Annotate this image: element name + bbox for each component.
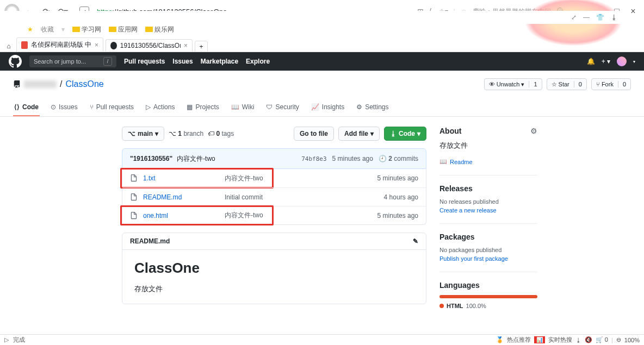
download-tray-icon[interactable]: ⭳ [575, 337, 581, 343]
tab-github[interactable]: 1916130556/ClassOne... × [106, 39, 193, 52]
file-list: 1.txt内容文件-two5 minutes agoREADME.mdIniti… [122, 169, 426, 225]
repo-name[interactable]: ClassOne [65, 79, 103, 89]
code-button[interactable]: ⭳ Code ▾ [384, 127, 426, 141]
close-icon[interactable]: × [95, 41, 98, 49]
plus-icon[interactable]: + ▾ [602, 58, 610, 65]
main-container: ⌥ main ▾ ⌥ 1 branch 🏷 0 tags Go to file … [0, 117, 644, 337]
fork-button[interactable]: ⑂ Fork0 [591, 78, 631, 90]
github-header: Search or jump to... / Pull requests Iss… [0, 52, 644, 71]
commit-time: 5 minutes ago [332, 155, 373, 162]
status-done: 完成 [13, 336, 25, 344]
readme-title: ClassOne [134, 260, 414, 277]
readme-link[interactable]: 📖 Readme [439, 158, 537, 165]
star-button[interactable]: ☆ Star0 [547, 78, 587, 90]
add-file-button[interactable]: Add file ▾ [338, 127, 380, 141]
bell-icon[interactable]: 🔔 [587, 58, 595, 65]
tab-security[interactable]: 🛡Security [265, 99, 300, 116]
file-commit-msg[interactable]: 内容文件-two [225, 174, 377, 183]
repo-tabs: ⟨⟩Code ⊙Issues ⑂Pull requests ▷Actions ▦… [13, 99, 631, 116]
play-icon[interactable]: ▷ [4, 336, 9, 343]
file-time: 5 minutes ago [377, 174, 418, 182]
packages-none: No packages published [439, 247, 537, 253]
fav-star-icon[interactable]: ★ [27, 26, 33, 33]
tab-projects[interactable]: ▦Projects [185, 99, 220, 116]
tab-insights[interactable]: 📈Insights [310, 99, 345, 116]
bookmark-app[interactable]: 应用网 [109, 25, 138, 34]
file-icon [130, 193, 138, 201]
file-icon [130, 212, 138, 219]
tab-settings[interactable]: ⚙Settings [355, 99, 389, 116]
about-desc: 存放文件 [439, 141, 537, 150]
slash-icon: / [103, 57, 112, 66]
home-icon[interactable]: ⌂ [3, 41, 14, 52]
file-name[interactable]: one.html [143, 212, 225, 219]
sidebar: About⚙ 存放文件 📖 Readme Releases No release… [439, 127, 537, 328]
latest-commit: "1916130556" 内容文件-two 74bf8e3 5 minutes … [122, 148, 426, 169]
nav-issues[interactable]: Issues [172, 58, 193, 65]
gear-icon[interactable]: ⚙ [530, 127, 537, 135]
tab-conan[interactable]: 名侦探柯南剧场版 中文... × [16, 37, 103, 52]
tab-pulls[interactable]: ⑂Pull requests [89, 99, 135, 116]
repo-icon [13, 80, 21, 88]
tab-issues[interactable]: ⊙Issues [49, 99, 79, 116]
bookmark-ent[interactable]: 娱乐网 [145, 25, 174, 34]
zoom-out-icon[interactable]: ⊖ [616, 336, 621, 343]
branch-count[interactable]: ⌥ 1 branch [169, 130, 203, 137]
releases-none: No releases published [439, 198, 537, 205]
edit-icon[interactable]: ✎ [413, 237, 418, 245]
file-row: README.mdInitial commit4 hours ago [122, 187, 426, 206]
download-icon[interactable]: ⭳ [611, 14, 617, 21]
tab-code[interactable]: ⟨⟩Code [13, 99, 40, 116]
badge-icon[interactable]: 🏅 [496, 336, 504, 343]
branch-button[interactable]: ⌥ main ▾ [122, 127, 164, 141]
goto-file-button[interactable]: Go to file [294, 127, 334, 141]
readme-filename: README.md [130, 237, 170, 245]
file-name[interactable]: README.md [143, 193, 225, 201]
releases-heading: Releases [439, 184, 537, 193]
new-tab-button[interactable]: + [195, 41, 208, 52]
hot-recommend[interactable]: 热点推荐 [507, 336, 531, 344]
tab-actions[interactable]: ▷Actions [145, 99, 176, 116]
live-search[interactable]: 实时热搜 [548, 336, 572, 344]
avatar[interactable] [617, 57, 627, 66]
about-heading: About [439, 127, 461, 135]
cart-icon[interactable]: 🛒 0 [596, 336, 608, 343]
fav-label[interactable]: 收藏 [41, 25, 54, 34]
nav-explore[interactable]: Explore [246, 58, 270, 65]
commit-msg[interactable]: 内容文件-two [177, 154, 215, 164]
tags-count[interactable]: 🏷 0 tags [208, 130, 234, 137]
create-release-link[interactable]: Create a new release [439, 207, 537, 214]
github-logo-icon[interactable] [9, 55, 22, 68]
sep: / [60, 79, 62, 89]
commit-sha[interactable]: 74bf8e3 [301, 155, 326, 162]
language-html[interactable]: HTML 100.0% [439, 303, 537, 309]
owner-blurred [24, 80, 57, 88]
bookmarks-bar: ★ 收藏 ▾ 学习网 应用网 娱乐网 [0, 23, 644, 36]
skin-icon[interactable]: 👕 [596, 14, 604, 21]
commit-author[interactable]: "1916130556" [130, 155, 172, 162]
close-icon[interactable]: × [184, 42, 188, 49]
unwatch-button[interactable]: 👁 Unwatch ▾1 [484, 78, 542, 90]
bookmark-study[interactable]: 学习网 [72, 25, 101, 34]
packages-heading: Packages [439, 233, 537, 241]
language-bar [439, 295, 537, 298]
publish-package-link[interactable]: Publish your first package [439, 255, 537, 262]
github-search[interactable]: Search or jump to... / [29, 55, 116, 67]
nav-pulls[interactable]: Pull requests [124, 58, 165, 65]
tab-red-icon [21, 41, 28, 49]
file-commit-msg[interactable]: 内容文件-two [225, 211, 377, 220]
nav-marketplace[interactable]: Marketplace [201, 58, 238, 65]
file-row: 1.txt内容文件-two5 minutes ago [122, 169, 426, 187]
readme-box: README.md ✎ ClassOne 存放文件 [122, 233, 426, 304]
file-commit-msg[interactable]: Initial commit [225, 193, 384, 201]
tab-wiki[interactable]: 📖Wiki [230, 99, 256, 116]
file-time: 4 hours ago [384, 193, 418, 201]
sound-icon[interactable]: 🔇 [585, 336, 592, 343]
file-icon [130, 174, 138, 182]
taskbar: ▷ 完成 🏅 热点推荐 📊 实时热搜 ⭳ 🔇 🛒 0 | ⊖ 100% [0, 334, 644, 345]
commits-link[interactable]: 🕘 2 commits [379, 155, 418, 162]
file-name[interactable]: 1.txt [143, 174, 225, 182]
close-window-icon[interactable]: × [627, 5, 640, 18]
tab-strip: ⌂ 名侦探柯南剧场版 中文... × 1916130556/ClassOne..… [0, 36, 644, 52]
restore-icon[interactable]: ⤢ [571, 14, 577, 21]
